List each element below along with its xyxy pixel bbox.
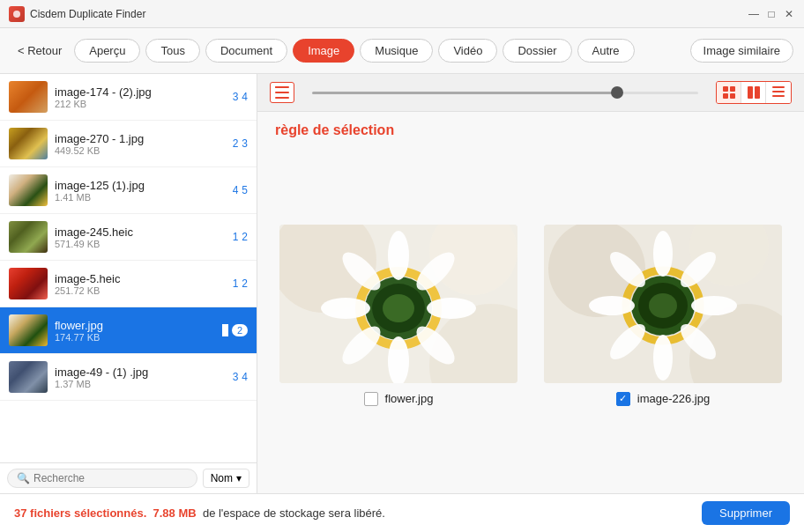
window-controls: — □ ✕ [748, 8, 795, 20]
svg-rect-11 [772, 86, 785, 88]
file-badges: 2 3 [233, 137, 248, 150]
badge-num1: 3 [233, 91, 239, 103]
file-name: image-5.heic [55, 272, 233, 285]
thumbnail [9, 314, 48, 346]
chevron-down-icon: ▾ [236, 472, 242, 484]
svg-point-24 [321, 298, 370, 319]
image-check-row-2: image-226.jpg [616, 392, 710, 406]
thumbnail [9, 174, 48, 206]
zoom-slider[interactable] [312, 92, 698, 94]
badge-num2: 2 [232, 324, 248, 336]
list-item[interactable]: image-174 - (2).jpg 212 KB 3 4 [0, 74, 257, 121]
similar-image-button[interactable]: Image similaire [690, 39, 793, 63]
badge-num2: 3 [242, 137, 248, 150]
file-info: flower.jpg 174.77 KB [55, 319, 222, 343]
image-checkbox-2[interactable] [616, 392, 630, 406]
close-button[interactable]: ✕ [783, 8, 795, 20]
file-name: image-125 (1).jpg [55, 179, 233, 192]
image-check-row-1: flower.jpg [364, 392, 434, 406]
tab-apercu[interactable]: Aperçu [74, 39, 140, 63]
menu-icon-button[interactable] [270, 82, 294, 103]
thumbnail [9, 81, 48, 113]
file-name: image-270 - 1.jpg [55, 132, 233, 145]
file-info: image-174 - (2).jpg 212 KB [55, 85, 233, 109]
thumbnail [9, 268, 48, 299]
svg-point-39 [653, 335, 673, 381]
delete-button[interactable]: Supprimer [702, 501, 790, 525]
file-size: 1.41 MB [55, 192, 233, 203]
svg-rect-12 [772, 91, 785, 92]
image-container-2: image-226.jpg [544, 225, 782, 406]
svg-point-36 [649, 293, 677, 318]
search-bar: 🔍 Nom ▾ [0, 462, 257, 493]
tab-image[interactable]: Image [293, 39, 354, 63]
list-item[interactable]: image-125 (1).jpg 1.41 MB 4 5 [0, 167, 257, 214]
badge-num2: 2 [242, 277, 248, 290]
tab-musique[interactable]: Musique [360, 39, 433, 63]
svg-rect-10 [755, 86, 760, 99]
list-view-button[interactable] [766, 82, 791, 103]
tab-autre[interactable]: Autre [577, 39, 635, 63]
section-title: règle de sélection [257, 112, 804, 145]
file-info: image-245.heic 571.49 KB [55, 225, 233, 249]
main-content: image-174 - (2).jpg 212 KB 3 4 image-270… [0, 74, 804, 493]
badge-num2: 4 [242, 371, 248, 383]
right-panel: règle de sélection [257, 74, 804, 493]
app-icon [9, 6, 25, 22]
badge-num2: 5 [242, 184, 248, 196]
badge-num1: 4 [233, 184, 239, 196]
image-area: flower.jpg [257, 145, 804, 493]
badge-num1: 3 [233, 371, 239, 383]
thumbnail [9, 128, 48, 159]
title-bar: Cisdem Duplicate Finder — □ ✕ [0, 0, 804, 28]
file-badges: 1 2 [222, 324, 248, 336]
sort-button[interactable]: Nom ▾ [203, 469, 249, 488]
back-button[interactable]: < Retour [11, 41, 69, 61]
list-item[interactable]: image-5.heic 251.72 KB 1 2 [0, 261, 257, 307]
file-info: image-5.heic 251.72 KB [55, 272, 233, 296]
file-info: image-125 (1).jpg 1.41 MB [55, 179, 233, 203]
search-input[interactable] [34, 472, 188, 484]
slider-wrap [303, 92, 707, 94]
sort-label: Nom [211, 472, 233, 484]
file-size: 571.49 KB [55, 239, 233, 249]
image-container-1: flower.jpg [279, 225, 517, 406]
svg-rect-13 [772, 95, 785, 97]
svg-rect-5 [723, 86, 728, 92]
svg-point-0 [13, 11, 20, 18]
toolbar: < Retour Aperçu Tous Document Image Musi… [0, 28, 804, 74]
file-name: flower.jpg [55, 319, 222, 332]
list-item[interactable]: image-245.heic 571.49 KB 1 2 [0, 214, 257, 261]
svg-point-20 [383, 294, 414, 322]
badge-num2: 2 [242, 231, 248, 243]
badge-num1: 1 [233, 231, 239, 243]
title-bar-left: Cisdem Duplicate Finder [9, 6, 145, 22]
list-item[interactable]: image-49 - (1) .jpg 1.37 MB 3 4 [0, 354, 257, 401]
tab-tous[interactable]: Tous [145, 39, 199, 63]
file-badges: 3 4 [233, 91, 248, 103]
badge-num1: 2 [233, 137, 239, 150]
file-info: image-270 - 1.jpg 449.52 KB [55, 132, 233, 156]
status-suffix: de l'espace de stockage sera libéré. [203, 506, 385, 520]
file-name: image-245.heic [55, 225, 233, 239]
tab-dossier[interactable]: Dossier [502, 39, 571, 63]
image-label-1: flower.jpg [385, 392, 434, 405]
maximize-button[interactable]: □ [765, 8, 778, 20]
image-checkbox-1[interactable] [364, 392, 378, 406]
bottom-bar: 37 fichiers sélectionnés. 7.88 MB de l'e… [0, 493, 804, 532]
svg-rect-9 [748, 86, 753, 99]
search-input-wrap[interactable]: 🔍 [7, 469, 197, 488]
right-toolbar [257, 74, 804, 112]
list-item[interactable]: image-270 - 1.jpg 449.52 KB 2 3 [0, 121, 257, 167]
tab-document[interactable]: Document [205, 39, 287, 63]
list-item-selected[interactable]: flower.jpg 174.77 KB 1 2 [0, 307, 257, 354]
svg-rect-4 [275, 86, 279, 88]
minimize-button[interactable]: — [748, 8, 760, 20]
svg-point-22 [388, 231, 409, 280]
split-view-button[interactable] [741, 82, 766, 103]
grid-view-button[interactable] [717, 82, 741, 103]
status-text: 37 fichiers sélectionnés. 7.88 MB de l'e… [14, 506, 385, 520]
tab-video[interactable]: Vidéo [438, 39, 497, 63]
svg-rect-6 [730, 86, 735, 92]
svg-point-40 [589, 296, 635, 315]
